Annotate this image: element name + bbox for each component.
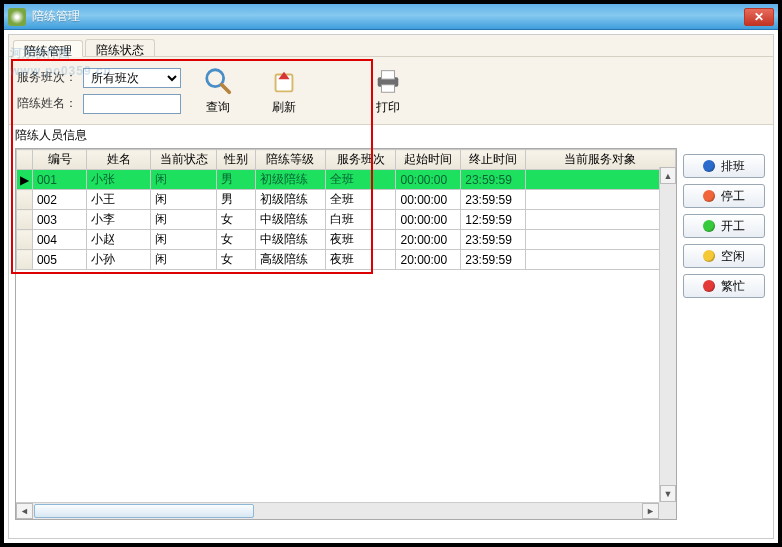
cell[interactable]: 12:59:59 — [461, 210, 526, 230]
cell[interactable]: 002 — [32, 190, 87, 210]
cell[interactable]: 女 — [216, 230, 255, 250]
cell[interactable]: 全班 — [326, 190, 396, 210]
cell[interactable]: 005 — [32, 250, 87, 270]
scroll-thumb[interactable] — [34, 504, 254, 518]
search-icon — [202, 65, 234, 97]
shift-select[interactable]: 所有班次 — [83, 68, 181, 88]
cell[interactable]: 初级陪练 — [255, 190, 325, 210]
refresh-button[interactable]: 刷新 — [255, 65, 313, 116]
stop-button[interactable]: 停工 — [683, 184, 765, 208]
face-icon — [703, 220, 715, 232]
cell[interactable] — [525, 210, 675, 230]
col-name[interactable]: 姓名 — [87, 150, 151, 170]
cell[interactable]: 小孙 — [87, 250, 151, 270]
table-row[interactable]: 005小孙闲女高级陪练夜班20:00:0023:59:59 — [17, 250, 676, 270]
section-title: 陪练人员信息 — [9, 125, 773, 146]
cell[interactable]: 20:00:00 — [396, 230, 461, 250]
cell[interactable]: 00:00:00 — [396, 210, 461, 230]
cell[interactable] — [525, 190, 675, 210]
col-shift[interactable]: 服务班次 — [326, 150, 396, 170]
cell[interactable]: 00:00:00 — [396, 170, 461, 190]
cell[interactable]: 小李 — [87, 210, 151, 230]
table-row[interactable]: 003小李闲女中级陪练白班00:00:0012:59:59 — [17, 210, 676, 230]
scroll-corner — [659, 502, 676, 519]
cell[interactable]: 23:59:59 — [461, 250, 526, 270]
table-row[interactable]: 002小王闲男初级陪练全班00:00:0023:59:59 — [17, 190, 676, 210]
col-num[interactable]: 编号 — [32, 150, 87, 170]
svg-rect-5 — [381, 85, 394, 93]
name-input[interactable] — [83, 94, 181, 114]
scroll-right-icon[interactable]: ► — [642, 503, 659, 519]
cell[interactable]: 23:59:59 — [461, 190, 526, 210]
cell[interactable]: 夜班 — [326, 250, 396, 270]
cell[interactable]: 男 — [216, 170, 255, 190]
cell[interactable] — [525, 250, 675, 270]
row-header — [17, 250, 33, 270]
cell[interactable]: 00:00:00 — [396, 190, 461, 210]
tab-bar: 陪练管理 陪练状态 — [9, 35, 773, 57]
cell[interactable]: 小王 — [87, 190, 151, 210]
table-row[interactable]: ▶001小张闲男初级陪练全班00:00:0023:59:59 — [17, 170, 676, 190]
cell[interactable]: 闲 — [151, 210, 217, 230]
shift-label: 服务班次： — [17, 69, 77, 86]
cell[interactable]: 白班 — [326, 210, 396, 230]
cell[interactable]: 闲 — [151, 170, 217, 190]
cell[interactable]: 闲 — [151, 230, 217, 250]
svg-line-1 — [222, 85, 230, 93]
scroll-up-icon[interactable]: ▲ — [660, 167, 676, 184]
tab-manage[interactable]: 陪练管理 — [13, 40, 83, 57]
name-label: 陪练姓名： — [17, 95, 77, 112]
cell[interactable]: 男 — [216, 190, 255, 210]
face-icon — [703, 190, 715, 202]
row-header: ▶ — [17, 170, 33, 190]
tab-status[interactable]: 陪练状态 — [85, 39, 155, 56]
col-state[interactable]: 当前状态 — [151, 150, 217, 170]
cell[interactable]: 夜班 — [326, 230, 396, 250]
cell[interactable]: 23:59:59 — [461, 230, 526, 250]
cell[interactable]: 闲 — [151, 190, 217, 210]
cell[interactable]: 高级陪练 — [255, 250, 325, 270]
cell[interactable]: 小张 — [87, 170, 151, 190]
cell[interactable]: 女 — [216, 250, 255, 270]
cell[interactable]: 全班 — [326, 170, 396, 190]
scroll-left-icon[interactable]: ◄ — [16, 503, 33, 519]
person-icon — [703, 160, 715, 172]
cell[interactable] — [525, 170, 675, 190]
col-sex[interactable]: 性别 — [216, 150, 255, 170]
idle-button[interactable]: 空闲 — [683, 244, 765, 268]
cell[interactable]: 23:59:59 — [461, 170, 526, 190]
schedule-button[interactable]: 排班 — [683, 154, 765, 178]
data-grid[interactable]: 编号 姓名 当前状态 性别 陪练等级 服务班次 起始时间 终止时间 当前服务对象… — [15, 148, 677, 520]
search-button[interactable]: 查询 — [189, 65, 247, 116]
scrollbar-vertical[interactable]: ▲ ▼ — [659, 167, 676, 502]
cell[interactable]: 001 — [32, 170, 87, 190]
cell[interactable]: 20:00:00 — [396, 250, 461, 270]
cell[interactable]: 初级陪练 — [255, 170, 325, 190]
row-header-corner — [17, 150, 33, 170]
window-titlebar: 陪练管理 ✕ — [4, 4, 778, 30]
cell[interactable]: 中级陪练 — [255, 230, 325, 250]
table-header-row: 编号 姓名 当前状态 性别 陪练等级 服务班次 起始时间 终止时间 当前服务对象 — [17, 150, 676, 170]
cell[interactable]: 小赵 — [87, 230, 151, 250]
col-target[interactable]: 当前服务对象 — [525, 150, 675, 170]
cell[interactable]: 女 — [216, 210, 255, 230]
cell[interactable]: 中级陪练 — [255, 210, 325, 230]
row-header — [17, 190, 33, 210]
face-icon — [703, 250, 715, 262]
cell[interactable] — [525, 230, 675, 250]
cell[interactable]: 003 — [32, 210, 87, 230]
print-button[interactable]: 打印 — [359, 65, 417, 116]
refresh-icon — [268, 65, 300, 97]
scroll-down-icon[interactable]: ▼ — [660, 485, 676, 502]
cell[interactable]: 004 — [32, 230, 87, 250]
table-row[interactable]: 004小赵闲女中级陪练夜班20:00:0023:59:59 — [17, 230, 676, 250]
busy-button[interactable]: 繁忙 — [683, 274, 765, 298]
cell[interactable]: 闲 — [151, 250, 217, 270]
col-level[interactable]: 陪练等级 — [255, 150, 325, 170]
app-icon — [8, 8, 26, 26]
col-start[interactable]: 起始时间 — [396, 150, 461, 170]
start-button[interactable]: 开工 — [683, 214, 765, 238]
close-button[interactable]: ✕ — [744, 8, 774, 26]
col-end[interactable]: 终止时间 — [461, 150, 526, 170]
scrollbar-horizontal[interactable]: ◄ ► — [16, 502, 659, 519]
